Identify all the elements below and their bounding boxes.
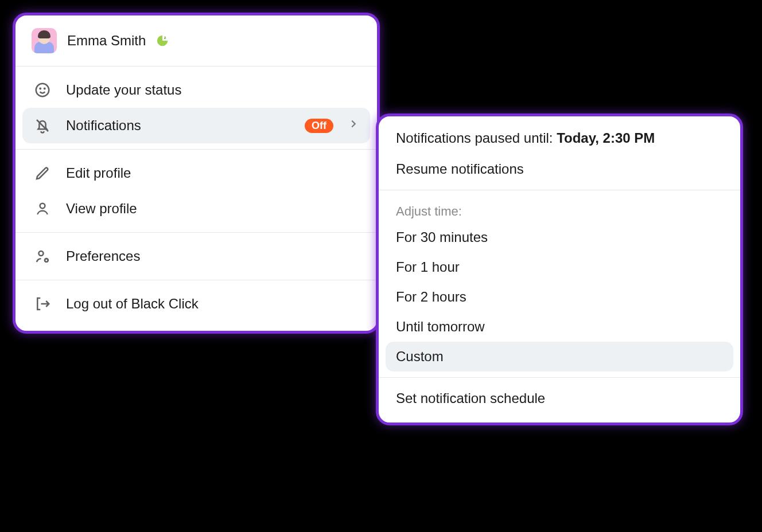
menu-item-label: Preferences bbox=[66, 248, 140, 264]
chevron-right-icon bbox=[347, 118, 360, 134]
menu-item-label: Edit profile bbox=[66, 165, 131, 181]
menu-item-label: Custom bbox=[396, 349, 444, 364]
menu-item-label: For 30 minutes bbox=[396, 229, 488, 245]
svg-point-1 bbox=[36, 84, 49, 97]
paused-time: Today, 2:30 PM bbox=[557, 130, 655, 146]
menu-item-label: Log out of Black Click bbox=[66, 296, 199, 312]
user-menu-panel: Emma Smith z Update your status bbox=[13, 13, 380, 334]
menu-item-label: For 2 hours bbox=[396, 289, 466, 304]
logout-icon bbox=[33, 294, 52, 314]
adjust-option[interactable]: Custom bbox=[386, 342, 733, 371]
menu-item-label: View profile bbox=[66, 201, 137, 217]
menu-item-label: Set notification schedule bbox=[396, 390, 545, 406]
set-schedule-item[interactable]: Set notification schedule bbox=[386, 384, 733, 413]
edit-profile-item[interactable]: Edit profile bbox=[22, 155, 370, 191]
svg-point-6 bbox=[39, 251, 44, 256]
adjust-option[interactable]: Until tomorrow bbox=[386, 312, 733, 342]
person-gear-icon bbox=[33, 247, 52, 266]
notifications-submenu-panel: Notifications paused until: Today, 2:30 … bbox=[376, 114, 743, 425]
snooze-status-icon: z bbox=[156, 34, 169, 47]
menu-item-label: Update your status bbox=[66, 82, 181, 98]
avatar-image bbox=[34, 30, 55, 53]
bell-off-icon bbox=[33, 116, 52, 135]
adjust-option[interactable]: For 2 hours bbox=[386, 282, 733, 312]
update-status-item[interactable]: Update your status bbox=[22, 72, 370, 108]
notifications-item[interactable]: Notifications Off bbox=[22, 108, 370, 143]
user-header: Emma Smith z bbox=[15, 15, 377, 66]
avatar[interactable] bbox=[32, 28, 57, 53]
person-icon bbox=[33, 199, 52, 218]
logout-item[interactable]: Log out of Black Click bbox=[22, 286, 370, 322]
menu-item-label: Notifications bbox=[66, 118, 141, 134]
pencil-icon bbox=[33, 163, 52, 183]
smile-icon bbox=[33, 80, 52, 100]
preferences-item[interactable]: Preferences bbox=[22, 238, 370, 274]
adjust-time-label: Adjust time: bbox=[386, 196, 733, 222]
view-profile-item[interactable]: View profile bbox=[22, 191, 370, 226]
svg-text:z: z bbox=[164, 35, 166, 40]
adjust-option[interactable]: For 30 minutes bbox=[386, 222, 733, 252]
svg-point-3 bbox=[44, 88, 45, 89]
paused-prefix: Notifications paused until: bbox=[396, 130, 557, 146]
menu-item-label: Until tomorrow bbox=[396, 319, 485, 334]
svg-point-2 bbox=[40, 88, 41, 89]
svg-point-5 bbox=[40, 204, 45, 209]
user-name: Emma Smith bbox=[67, 33, 146, 49]
menu-item-label: Resume notifications bbox=[396, 161, 524, 177]
menu-item-label: For 1 hour bbox=[396, 259, 460, 275]
paused-until-line: Notifications paused until: Today, 2:30 … bbox=[386, 122, 733, 154]
notifications-off-badge: Off bbox=[305, 119, 333, 133]
adjust-option[interactable]: For 1 hour bbox=[386, 252, 733, 282]
resume-notifications-item[interactable]: Resume notifications bbox=[386, 154, 733, 184]
